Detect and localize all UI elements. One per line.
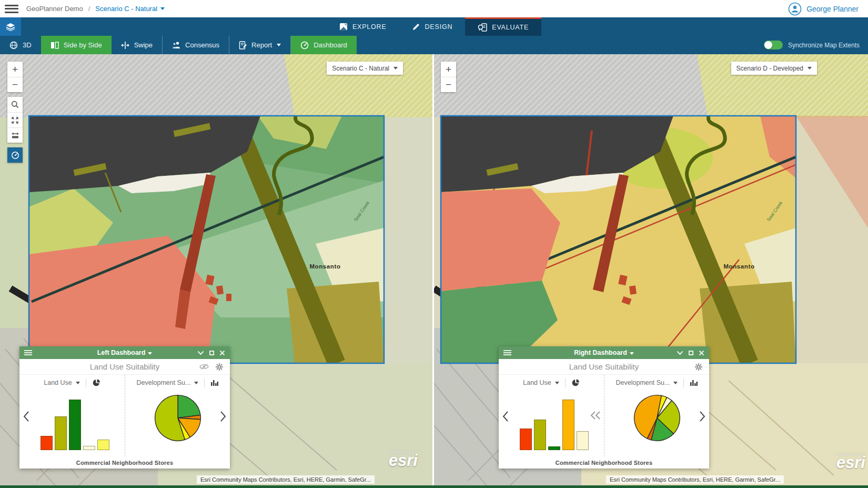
collapse-icon[interactable] <box>677 351 683 355</box>
place-label: Monsanto <box>723 263 754 270</box>
maximize-icon[interactable] <box>209 351 214 355</box>
search-icon[interactable] <box>7 97 23 112</box>
collapse-icon[interactable] <box>197 351 204 355</box>
dashboard-charts: Land Use Development Su... <box>19 375 230 456</box>
development-suitability-pie-chart <box>633 394 681 442</box>
tab-explore[interactable]: EXPLORE <box>327 17 399 36</box>
chevron-down-icon <box>148 352 152 355</box>
right-dashboard-panel: Right Dashboard Land Use Suitability <box>499 346 709 469</box>
swipe-button[interactable]: Swipe <box>112 36 163 54</box>
dashboard-title[interactable]: Right Dashboard <box>574 349 627 356</box>
right-scenario-select[interactable]: Scenario D - Developed <box>731 62 817 75</box>
tab-design[interactable]: DESIGN <box>399 17 466 36</box>
map-attribution: Esri Community Maps Contributors, Esri, … <box>197 475 375 484</box>
explore-icon <box>339 23 348 31</box>
land-use-bar-chart <box>41 400 109 450</box>
chevron-down-icon <box>277 44 281 46</box>
gauge-icon <box>300 41 309 49</box>
sync-extents-control: Synchronize Map Extents <box>764 36 868 54</box>
land-use-selector[interactable]: Land Use <box>19 375 125 391</box>
left-dashboard-panel: Left Dashboard Land Use Suitability <box>19 346 230 469</box>
development-suitability-selector[interactable]: Development Su... <box>604 375 709 391</box>
report-button[interactable]: Report <box>229 36 291 54</box>
expand-icon[interactable] <box>7 112 23 127</box>
land-use-chart-panel: Land Use <box>499 375 604 456</box>
globe-icon <box>9 41 18 49</box>
tab-evaluate[interactable]: EVALUATE <box>465 17 541 36</box>
maximize-icon[interactable] <box>689 351 693 355</box>
prev-indicator-arrow[interactable] <box>23 411 29 422</box>
pencil-icon <box>412 23 420 31</box>
bottom-edge-strip <box>0 485 868 488</box>
bar-chart-icon[interactable] <box>210 379 218 386</box>
prev-indicator-arrow[interactable] <box>502 411 509 422</box>
chevron-down-icon <box>194 382 198 384</box>
evaluate-icon <box>478 23 487 32</box>
collapse-panel-arrow[interactable] <box>590 411 601 420</box>
dashboard-header: Left Dashboard <box>19 346 230 359</box>
bar-chart-icon[interactable] <box>690 379 698 386</box>
main-menu-icon[interactable] <box>5 5 18 13</box>
place-label: Monsanto <box>309 263 340 270</box>
map-area: Seal Creek Monsanto Scenario C - Natural… <box>0 54 868 485</box>
zoom-in-button[interactable]: + <box>7 62 23 77</box>
left-map: Seal Creek Monsanto Scenario C - Natural… <box>0 54 432 485</box>
left-map-tools: + − <box>7 62 23 163</box>
development-suitability-selector[interactable]: Development Su... <box>125 375 230 391</box>
dashboard-tool-icon[interactable] <box>7 147 23 163</box>
pie-chart-icon[interactable] <box>92 379 100 387</box>
chevron-down-icon <box>76 382 80 384</box>
consensus-button[interactable]: Consensus <box>163 36 229 54</box>
development-suitability-chart-panel: Development Su... <box>125 375 230 456</box>
land-use-selector[interactable]: Land Use <box>499 375 604 391</box>
breadcrumb: GeoPlanner Demo / Scenario C - Natural <box>26 5 165 13</box>
right-map-tools: + − <box>441 62 456 97</box>
indicator-caption: Commercial Neighborhood Stores <box>19 456 230 469</box>
dashboard-header: Right Dashboard <box>499 346 709 359</box>
land-use-chart-panel: Land Use <box>19 375 125 456</box>
next-indicator-arrow[interactable] <box>220 411 226 422</box>
evaluate-toolbar: 3D Side by Side Swipe Consens <box>0 36 868 54</box>
chevron-down-icon <box>555 382 559 384</box>
pie-chart-icon[interactable] <box>571 379 580 387</box>
scenario-menu[interactable]: Scenario C - Natural <box>95 5 165 13</box>
3d-button[interactable]: 3D <box>0 36 41 54</box>
user-name: George Planner <box>806 5 859 13</box>
report-icon <box>239 41 247 49</box>
dashboard-title[interactable]: Left Dashboard <box>97 349 146 356</box>
close-icon[interactable] <box>699 350 704 356</box>
left-scenario-select[interactable]: Scenario C - Natural <box>327 62 403 75</box>
next-indicator-arrow[interactable] <box>699 411 705 422</box>
zoom-in-button[interactable]: + <box>441 62 456 77</box>
zoom-out-button[interactable]: − <box>441 77 456 92</box>
development-suitability-pie-chart <box>154 394 202 442</box>
zoom-out-button[interactable]: − <box>7 77 23 92</box>
gear-icon[interactable] <box>694 363 703 371</box>
people-icon <box>172 41 180 49</box>
user-menu[interactable]: George Planner <box>788 0 859 17</box>
measure-icon[interactable] <box>7 127 23 143</box>
app-title: GeoPlanner Demo <box>26 5 83 13</box>
esri-logo: POWERED BY esri <box>388 451 418 467</box>
geoplanner-app: GeoPlanner Demo / Scenario C - Natural G… <box>0 0 868 488</box>
dashboard-subtitle: Land Use Suitability <box>569 362 639 371</box>
chevron-down-icon <box>630 352 634 355</box>
dashboard-subtitle: Land Use Suitability <box>90 362 160 371</box>
indicator-caption: Commercial Neighborhood Stores <box>499 456 709 469</box>
land-use-bar-chart <box>520 400 589 450</box>
nav-tabs: EXPLORE DESIGN EVALUATE <box>0 17 868 36</box>
hide-eye-icon[interactable] <box>199 363 209 370</box>
gear-icon[interactable] <box>215 363 224 371</box>
dashboard-button[interactable]: Dashboard <box>291 36 357 54</box>
close-icon[interactable] <box>219 350 225 356</box>
nav-bar: EXPLORE DESIGN EVALUATE <box>0 17 868 36</box>
chevron-down-icon <box>160 7 165 10</box>
dashboard-menu-icon[interactable] <box>24 350 32 355</box>
esri-logo: POWERED BY esri <box>836 453 865 470</box>
dashboard-menu-icon[interactable] <box>503 350 511 355</box>
sync-extents-toggle[interactable] <box>764 41 783 49</box>
sync-extents-label: Synchronize Map Extents <box>788 42 860 49</box>
side-by-side-button[interactable]: Side by Side <box>41 36 112 54</box>
chevron-down-icon <box>673 382 678 384</box>
chevron-down-icon <box>808 67 812 69</box>
